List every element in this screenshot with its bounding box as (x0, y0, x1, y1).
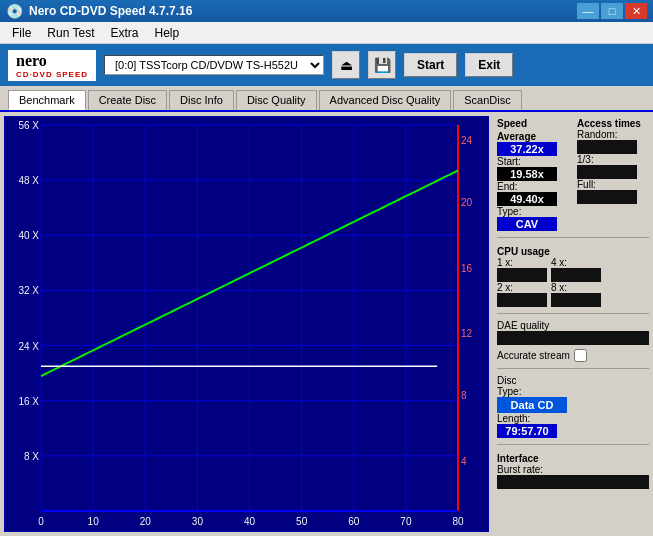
disc-section: Disc Type: Data CD Length: 79:57.70 (497, 375, 649, 438)
minimize-button[interactable]: — (577, 3, 599, 19)
burst-rate-label: Burst rate: (497, 464, 649, 475)
speed-average-label: Average (497, 131, 569, 142)
speed-end-label: End: (497, 181, 569, 192)
save-icon[interactable]: 💾 (368, 51, 396, 79)
app-title: Nero CD-DVD Speed 4.7.7.16 (29, 4, 577, 18)
interface-title: Interface (497, 453, 649, 464)
tab-benchmark[interactable]: Benchmark (8, 90, 86, 110)
cpu-x2-value (497, 293, 547, 307)
cpu-x8-label: 8 x: (551, 282, 601, 293)
speed-access-section: Speed Average 37.22x Start: 19.58x End: … (497, 116, 649, 231)
toolbar: nero CD·DVD SPEED [0:0] TSSTcorp CD/DVDW… (0, 44, 653, 86)
logo: nero CD·DVD SPEED (8, 50, 96, 81)
tab-disc-info[interactable]: Disc Info (169, 90, 234, 110)
tab-bar: Benchmark Create Disc Disc Info Disc Qua… (0, 86, 653, 112)
access-random-label: Random: (577, 129, 649, 140)
speed-end-value: 49.40x (497, 192, 557, 206)
cpu-x4-label: 4 x: (551, 257, 601, 268)
right-panel: Speed Average 37.22x Start: 19.58x End: … (493, 112, 653, 536)
access-third-value (577, 165, 637, 179)
tab-create-disc[interactable]: Create Disc (88, 90, 167, 110)
window-controls: — □ ✕ (577, 3, 647, 19)
main-content: Speed Average 37.22x Start: 19.58x End: … (0, 112, 653, 536)
start-button[interactable]: Start (404, 53, 457, 77)
disc-type-value: Data CD (497, 397, 567, 413)
disc-type-label: Disc (497, 375, 649, 386)
chart-container (0, 112, 493, 536)
speed-start-label: Start: (497, 156, 569, 167)
cpu-x1-label: 1 x: (497, 257, 547, 268)
drive-selector[interactable]: [0:0] TSSTcorp CD/DVDW TS-H552U US09 (104, 55, 324, 75)
title-bar: 💿 Nero CD-DVD Speed 4.7.7.16 — □ ✕ (0, 0, 653, 22)
exit-button[interactable]: Exit (465, 53, 513, 77)
accurate-checkbox[interactable] (574, 349, 587, 362)
disc-length-value: 79:57.70 (497, 424, 557, 438)
cpu-x8-value (551, 293, 601, 307)
interface-section: Interface Burst rate: (497, 451, 649, 489)
speed-start-value: 19.58x (497, 167, 557, 181)
cpu-x1-value (497, 268, 547, 282)
divider-4 (497, 444, 649, 445)
divider-2 (497, 313, 649, 314)
access-full-value (577, 190, 637, 204)
accurate-label: Accurate stream (497, 350, 570, 361)
access-third-label: 1/3: (577, 154, 649, 165)
cpu-rows: 1 x: 2 x: 4 x: 8 x: (497, 257, 649, 307)
app-icon: 💿 (6, 3, 23, 19)
disc-type-sub: Type: (497, 386, 649, 397)
speed-title: Speed (497, 118, 569, 129)
tab-disc-quality[interactable]: Disc Quality (236, 90, 317, 110)
speed-type-label: Type: (497, 206, 569, 217)
access-title: Access times (577, 118, 649, 129)
cpu-x4-value (551, 268, 601, 282)
speed-type-value: CAV (497, 217, 557, 231)
tab-advanced-disc-quality[interactable]: Advanced Disc Quality (319, 90, 452, 110)
disc-length-label: Length: (497, 413, 649, 424)
logo-nero: nero (16, 52, 47, 70)
chart-area (4, 116, 489, 532)
cpu-left: 1 x: 2 x: (497, 257, 547, 307)
menu-bar: File Run Test Extra Help (0, 22, 653, 44)
divider-3 (497, 368, 649, 369)
cpu-title: CPU usage (497, 246, 649, 257)
cpu-section: CPU usage 1 x: 2 x: 4 x: 8 x: (497, 244, 649, 307)
tab-scan-disc[interactable]: ScanDisc (453, 90, 521, 110)
access-stats: Access times Random: 1/3: Full: (577, 116, 649, 231)
menu-run-test[interactable]: Run Test (39, 24, 102, 42)
dae-section: DAE quality (497, 320, 649, 345)
speed-average-value: 37.22x (497, 142, 557, 156)
menu-file[interactable]: File (4, 24, 39, 42)
menu-extra[interactable]: Extra (102, 24, 146, 42)
cpu-x2-label: 2 x: (497, 282, 547, 293)
dae-label: DAE quality (497, 320, 649, 331)
accurate-stream-row: Accurate stream (497, 349, 649, 362)
speed-stats: Speed Average 37.22x Start: 19.58x End: … (497, 116, 569, 231)
eject-icon[interactable]: ⏏ (332, 51, 360, 79)
dae-value (497, 331, 649, 345)
divider-1 (497, 237, 649, 238)
access-full-label: Full: (577, 179, 649, 190)
logo-subtitle: CD·DVD SPEED (16, 70, 88, 79)
access-random-value (577, 140, 637, 154)
burst-rate-value (497, 475, 649, 489)
menu-help[interactable]: Help (147, 24, 188, 42)
close-button[interactable]: ✕ (625, 3, 647, 19)
maximize-button[interactable]: □ (601, 3, 623, 19)
cpu-right: 4 x: 8 x: (551, 257, 601, 307)
